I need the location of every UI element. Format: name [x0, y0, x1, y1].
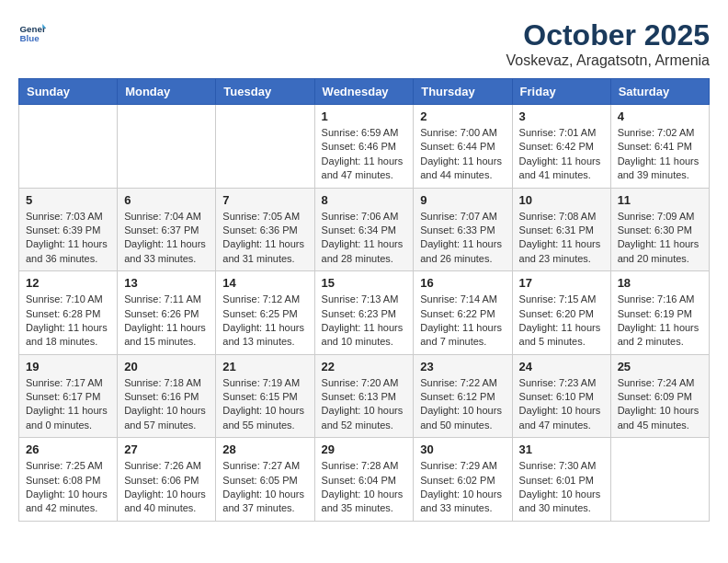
calendar-cell: 1Sunrise: 6:59 AM Sunset: 6:46 PM Daylig…	[314, 105, 414, 189]
calendar-week-4: 19Sunrise: 7:17 AM Sunset: 6:17 PM Dayli…	[19, 354, 710, 438]
calendar-cell: 8Sunrise: 7:06 AM Sunset: 6:34 PM Daylig…	[314, 188, 414, 271]
calendar-cell: 15Sunrise: 7:13 AM Sunset: 6:23 PM Dayli…	[314, 271, 414, 355]
calendar-cell: 13Sunrise: 7:11 AM Sunset: 6:26 PM Dayli…	[118, 271, 216, 355]
day-info: Sunrise: 7:11 AM Sunset: 6:26 PM Dayligh…	[124, 293, 209, 350]
calendar-cell	[610, 438, 709, 522]
calendar-cell	[118, 105, 216, 189]
day-number: 28	[222, 442, 307, 456]
day-number: 3	[519, 109, 604, 123]
calendar-cell: 21Sunrise: 7:19 AM Sunset: 6:15 PM Dayli…	[216, 354, 314, 438]
day-info: Sunrise: 7:13 AM Sunset: 6:23 PM Dayligh…	[322, 293, 407, 350]
day-info: Sunrise: 7:04 AM Sunset: 6:37 PM Dayligh…	[124, 210, 209, 267]
calendar-cell: 31Sunrise: 7:30 AM Sunset: 6:01 PM Dayli…	[512, 438, 610, 522]
day-number: 1	[322, 109, 407, 123]
day-number: 8	[322, 193, 407, 207]
day-info: Sunrise: 7:16 AM Sunset: 6:19 PM Dayligh…	[618, 293, 702, 350]
title-block: October 2025 Voskevaz, Aragatsotn, Armen…	[506, 18, 710, 69]
calendar-cell: 6Sunrise: 7:04 AM Sunset: 6:37 PM Daylig…	[118, 188, 216, 271]
day-info: Sunrise: 7:06 AM Sunset: 6:34 PM Dayligh…	[322, 210, 407, 267]
svg-text:Blue: Blue	[20, 33, 40, 43]
day-number: 26	[26, 442, 110, 456]
day-number: 18	[618, 276, 702, 290]
calendar-cell: 16Sunrise: 7:14 AM Sunset: 6:22 PM Dayli…	[414, 271, 512, 355]
day-info: Sunrise: 7:20 AM Sunset: 6:13 PM Dayligh…	[322, 376, 407, 433]
day-number: 22	[322, 360, 407, 373]
calendar-cell: 11Sunrise: 7:09 AM Sunset: 6:30 PM Dayli…	[610, 188, 709, 271]
day-number: 16	[420, 276, 505, 290]
calendar-cell: 19Sunrise: 7:17 AM Sunset: 6:17 PM Dayli…	[19, 354, 118, 438]
day-info: Sunrise: 7:22 AM Sunset: 6:12 PM Dayligh…	[420, 376, 505, 433]
calendar-cell: 28Sunrise: 7:27 AM Sunset: 6:05 PM Dayli…	[216, 438, 314, 522]
day-number: 5	[26, 193, 110, 207]
calendar-cell: 4Sunrise: 7:02 AM Sunset: 6:41 PM Daylig…	[610, 105, 709, 189]
day-info: Sunrise: 7:17 AM Sunset: 6:17 PM Dayligh…	[26, 376, 110, 433]
calendar-cell	[216, 105, 314, 189]
calendar-cell: 18Sunrise: 7:16 AM Sunset: 6:19 PM Dayli…	[610, 271, 709, 355]
day-info: Sunrise: 7:23 AM Sunset: 6:10 PM Dayligh…	[519, 376, 604, 433]
calendar-cell: 7Sunrise: 7:05 AM Sunset: 6:36 PM Daylig…	[216, 188, 314, 271]
day-number: 31	[519, 442, 604, 456]
weekday-header-thursday: Thursday	[414, 79, 512, 105]
day-number: 20	[124, 360, 209, 373]
day-number: 2	[420, 109, 505, 123]
day-info: Sunrise: 7:30 AM Sunset: 6:01 PM Dayligh…	[519, 459, 604, 516]
calendar-cell: 10Sunrise: 7:08 AM Sunset: 6:31 PM Dayli…	[512, 188, 610, 271]
day-number: 12	[26, 276, 110, 290]
day-number: 6	[124, 193, 209, 207]
logo-icon: General Blue	[18, 18, 46, 46]
logo: General Blue	[18, 18, 46, 46]
day-info: Sunrise: 7:18 AM Sunset: 6:16 PM Dayligh…	[124, 376, 209, 433]
day-number: 15	[322, 276, 407, 290]
calendar-cell: 12Sunrise: 7:10 AM Sunset: 6:28 PM Dayli…	[19, 271, 118, 355]
calendar-cell: 5Sunrise: 7:03 AM Sunset: 6:39 PM Daylig…	[19, 188, 118, 271]
day-info: Sunrise: 7:03 AM Sunset: 6:39 PM Dayligh…	[26, 210, 110, 267]
day-info: Sunrise: 7:27 AM Sunset: 6:05 PM Dayligh…	[222, 459, 307, 516]
calendar-cell: 2Sunrise: 7:00 AM Sunset: 6:44 PM Daylig…	[414, 105, 512, 189]
weekday-header-wednesday: Wednesday	[314, 79, 414, 105]
weekday-header-row: SundayMondayTuesdayWednesdayThursdayFrid…	[19, 79, 710, 105]
calendar-cell: 17Sunrise: 7:15 AM Sunset: 6:20 PM Dayli…	[512, 271, 610, 355]
calendar-cell: 23Sunrise: 7:22 AM Sunset: 6:12 PM Dayli…	[414, 354, 512, 438]
day-info: Sunrise: 7:00 AM Sunset: 6:44 PM Dayligh…	[420, 126, 505, 183]
calendar-cell: 29Sunrise: 7:28 AM Sunset: 6:04 PM Dayli…	[314, 438, 414, 522]
calendar-cell: 20Sunrise: 7:18 AM Sunset: 6:16 PM Dayli…	[118, 354, 216, 438]
weekday-header-tuesday: Tuesday	[216, 79, 314, 105]
day-info: Sunrise: 7:15 AM Sunset: 6:20 PM Dayligh…	[519, 293, 604, 350]
calendar-cell: 26Sunrise: 7:25 AM Sunset: 6:08 PM Dayli…	[19, 438, 118, 522]
day-info: Sunrise: 7:02 AM Sunset: 6:41 PM Dayligh…	[618, 126, 702, 183]
calendar-cell: 25Sunrise: 7:24 AM Sunset: 6:09 PM Dayli…	[610, 354, 709, 438]
day-number: 19	[26, 360, 110, 373]
weekday-header-friday: Friday	[512, 79, 610, 105]
calendar-week-3: 12Sunrise: 7:10 AM Sunset: 6:28 PM Dayli…	[19, 271, 710, 355]
day-number: 27	[124, 442, 209, 456]
month-title: October 2025	[506, 18, 710, 52]
calendar-cell: 14Sunrise: 7:12 AM Sunset: 6:25 PM Dayli…	[216, 271, 314, 355]
day-number: 14	[222, 276, 307, 290]
day-number: 21	[222, 360, 307, 373]
day-info: Sunrise: 7:28 AM Sunset: 6:04 PM Dayligh…	[322, 459, 407, 516]
calendar-cell: 3Sunrise: 7:01 AM Sunset: 6:42 PM Daylig…	[512, 105, 610, 189]
day-number: 25	[618, 360, 702, 373]
day-number: 10	[519, 193, 604, 207]
calendar-cell: 22Sunrise: 7:20 AM Sunset: 6:13 PM Dayli…	[314, 354, 414, 438]
day-info: Sunrise: 7:19 AM Sunset: 6:15 PM Dayligh…	[222, 376, 307, 433]
day-number: 13	[124, 276, 209, 290]
day-number: 4	[618, 109, 702, 123]
weekday-header-saturday: Saturday	[610, 79, 709, 105]
day-info: Sunrise: 7:25 AM Sunset: 6:08 PM Dayligh…	[26, 459, 110, 516]
day-number: 29	[322, 442, 407, 456]
calendar-cell	[19, 105, 118, 189]
day-number: 11	[618, 193, 702, 207]
day-info: Sunrise: 7:26 AM Sunset: 6:06 PM Dayligh…	[124, 459, 209, 516]
day-info: Sunrise: 7:24 AM Sunset: 6:09 PM Dayligh…	[618, 376, 702, 433]
day-info: Sunrise: 7:14 AM Sunset: 6:22 PM Dayligh…	[420, 293, 505, 350]
day-info: Sunrise: 7:12 AM Sunset: 6:25 PM Dayligh…	[222, 293, 307, 350]
day-info: Sunrise: 7:07 AM Sunset: 6:33 PM Dayligh…	[420, 210, 505, 267]
location-title: Voskevaz, Aragatsotn, Armenia	[506, 52, 710, 69]
day-info: Sunrise: 7:05 AM Sunset: 6:36 PM Dayligh…	[222, 210, 307, 267]
calendar-cell: 30Sunrise: 7:29 AM Sunset: 6:02 PM Dayli…	[414, 438, 512, 522]
day-number: 7	[222, 193, 307, 207]
day-info: Sunrise: 7:09 AM Sunset: 6:30 PM Dayligh…	[618, 210, 702, 267]
calendar-week-1: 1Sunrise: 6:59 AM Sunset: 6:46 PM Daylig…	[19, 105, 710, 189]
day-info: Sunrise: 6:59 AM Sunset: 6:46 PM Dayligh…	[322, 126, 407, 183]
